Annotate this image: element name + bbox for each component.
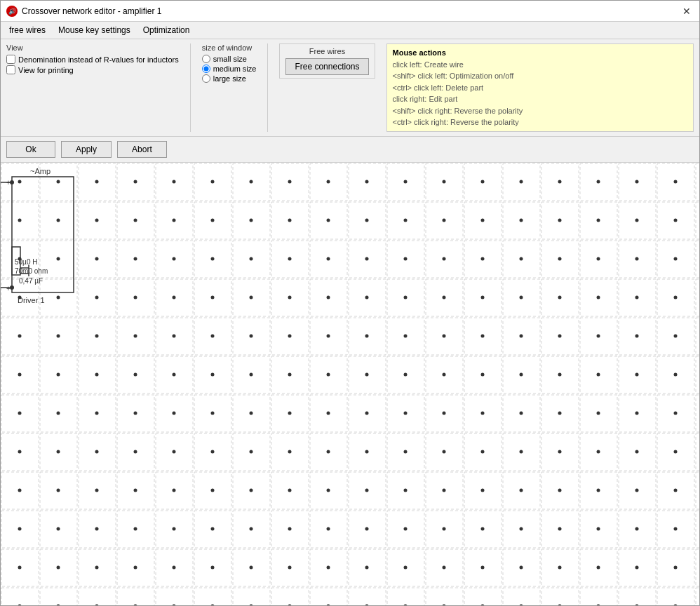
- menu-bar: free wires Mouse key settings Optimizati…: [1, 22, 699, 39]
- mouse-action-2: <ctrl> click left: Delete part: [393, 82, 688, 94]
- close-button[interactable]: ✕: [680, 4, 694, 18]
- print-checkbox[interactable]: [6, 65, 15, 74]
- svg-text:50µ0 H: 50µ0 H: [15, 258, 37, 266]
- mouse-action-5: <ctrl> click right: Reverse the polarity: [393, 116, 688, 128]
- denomination-checkbox[interactable]: [6, 55, 15, 64]
- mouse-actions-box: Mouse actions click left: Create wire <s…: [386, 43, 694, 132]
- menu-optimization[interactable]: Optimization: [137, 23, 196, 37]
- large-size-label: large size: [213, 74, 246, 83]
- small-size-row[interactable]: small size: [202, 55, 257, 63]
- view-section-title: View: [6, 43, 179, 52]
- svg-point-9: [10, 285, 14, 290]
- free-wires-section: Free wires Free connections: [279, 43, 375, 79]
- free-connections-button[interactable]: Free connections: [285, 58, 368, 75]
- print-checkbox-row[interactable]: View for printing: [6, 65, 179, 74]
- abort-button[interactable]: Abort: [117, 141, 167, 158]
- free-wires-title: Free wires: [309, 47, 345, 55]
- view-section: View Denomination instead of R-values fo…: [6, 43, 179, 74]
- svg-text:+: +: [6, 285, 11, 292]
- small-size-label: small size: [213, 55, 247, 63]
- size-section: size of window small size medium size la…: [202, 43, 257, 83]
- mouse-actions-title: Mouse actions: [393, 47, 688, 59]
- mouse-action-3: click right: Edit part: [393, 93, 688, 105]
- svg-point-7: [10, 180, 14, 184]
- svg-text:+: +: [6, 179, 11, 187]
- svg-text:70m0 ohm: 70m0 ohm: [15, 267, 48, 275]
- denomination-label: Denomination instead of R-values for ind…: [18, 55, 179, 64]
- mouse-action-0: click left: Create wire: [393, 59, 688, 71]
- main-window: 🔊 Crossover network editor - amplifier 1…: [0, 0, 700, 606]
- print-label: View for printing: [18, 66, 74, 74]
- large-size-row[interactable]: large size: [202, 74, 257, 83]
- app-icon: 🔊: [6, 6, 18, 17]
- divider-1: [190, 43, 191, 132]
- menu-mouse-key-settings[interactable]: Mouse key settings: [53, 23, 136, 37]
- divider-2: [267, 43, 268, 132]
- title-bar-left: 🔊 Crossover network editor - amplifier 1: [6, 6, 161, 17]
- denomination-checkbox-row[interactable]: Denomination instead of R-values for ind…: [6, 55, 179, 64]
- window-title: Crossover network editor - amplifier 1: [22, 6, 161, 16]
- mouse-action-4: <shift> click right: Reverse the polarit…: [393, 105, 688, 117]
- svg-rect-3: [1, 163, 699, 606]
- medium-size-radio[interactable]: [202, 65, 210, 73]
- small-size-radio[interactable]: [202, 55, 210, 63]
- apply-button[interactable]: Apply: [61, 141, 112, 158]
- svg-text:~Amp: ~Amp: [30, 167, 51, 175]
- canvas-area[interactable]: ~Amp 50µ0 H 70m0 ohm 0,47 µF Driver 1: [1, 163, 699, 606]
- title-bar: 🔊 Crossover network editor - amplifier 1…: [1, 1, 699, 22]
- grid-svg: ~Amp 50µ0 H 70m0 ohm 0,47 µF Driver 1: [1, 163, 699, 606]
- large-size-radio[interactable]: [202, 74, 210, 83]
- toolbar: View Denomination instead of R-values fo…: [1, 39, 699, 137]
- buttons-row: Ok Apply Abort: [1, 137, 699, 163]
- svg-text:Driver 1: Driver 1: [18, 296, 45, 304]
- medium-size-row[interactable]: medium size: [202, 65, 257, 73]
- medium-size-label: medium size: [213, 65, 257, 73]
- ok-button[interactable]: Ok: [6, 141, 55, 158]
- svg-text:0,47 µF: 0,47 µF: [19, 277, 43, 285]
- mouse-action-1: <shift> click left: Optimization on/off: [393, 70, 688, 82]
- menu-free-wires[interactable]: free wires: [4, 23, 51, 37]
- size-section-title: size of window: [202, 43, 257, 52]
